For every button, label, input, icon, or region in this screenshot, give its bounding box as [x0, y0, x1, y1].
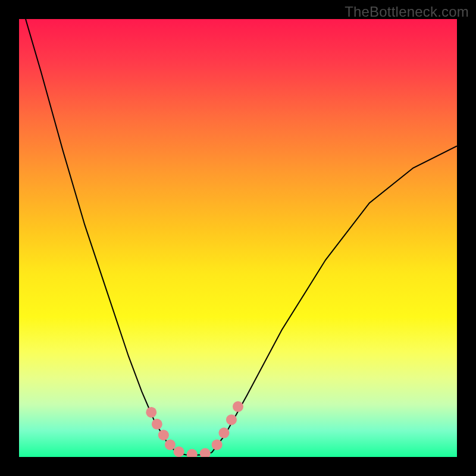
right-branch-line [212, 146, 457, 452]
data-marker [226, 414, 237, 425]
data-marker [158, 430, 169, 440]
chart-svg [19, 19, 457, 457]
data-marker [152, 419, 162, 430]
watermark-text: TheBottleneck.com [345, 4, 469, 20]
data-marker [212, 439, 223, 450]
data-marker [174, 446, 184, 457]
data-marker [218, 428, 229, 439]
data-marker [165, 439, 176, 450]
curve-group [26, 19, 457, 455]
data-marker [146, 407, 156, 418]
data-marker [200, 448, 211, 457]
data-marker [187, 449, 198, 457]
data-marker [233, 401, 243, 412]
left-branch-line [26, 19, 177, 453]
